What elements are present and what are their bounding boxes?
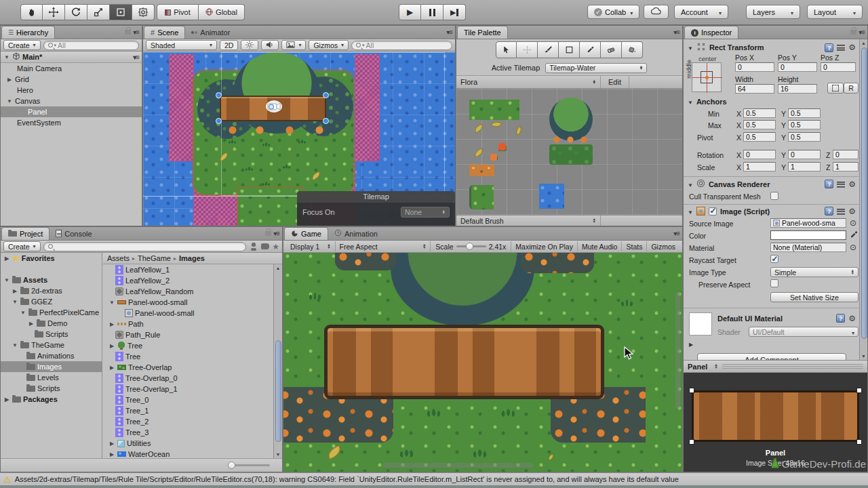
file-row[interactable]: Path_Rule (106, 329, 282, 340)
palette-edit-button[interactable]: Edit (601, 76, 629, 88)
nine-slice-corner[interactable] (689, 388, 694, 393)
panel-menu-icon[interactable]: ▾≡ (273, 230, 279, 237)
hierarchy-create-button[interactable]: Create (3, 40, 41, 50)
palette-tile-flower[interactable] (498, 143, 506, 150)
hierarchy-row[interactable]: ▶Grid (1, 74, 142, 85)
preview-dropdown[interactable]: Panel (688, 363, 707, 371)
palette-move-tool-icon[interactable] (517, 41, 538, 58)
scene-gizmos-dropdown[interactable]: Gizmos (309, 40, 349, 50)
nine-slice-corner[interactable] (856, 439, 862, 445)
tab-scene[interactable]: #Scene (144, 26, 185, 39)
palette-tile-leaf[interactable] (473, 123, 484, 133)
effects-dropdown[interactable] (281, 40, 306, 50)
anchor-max-y-field[interactable]: 0.5 (788, 120, 821, 129)
breadcrumb-thegame[interactable]: TheGame (138, 254, 171, 262)
2d-toggle-button[interactable]: 2D (220, 40, 238, 50)
preserve-aspect-checkbox[interactable] (770, 279, 778, 287)
palette-grid[interactable] (456, 89, 682, 215)
gear-icon[interactable]: ⚙ (848, 314, 856, 323)
stats-button[interactable]: Stats (621, 241, 646, 251)
pivot-x-field[interactable]: 0.5 (743, 132, 776, 142)
gear-icon[interactable]: ⚙ (848, 43, 856, 52)
game-vscrollbar[interactable] (675, 292, 680, 409)
preview-drag-handle[interactable] (722, 364, 863, 369)
hierarchy-row[interactable]: Hero (1, 85, 142, 96)
palette-tile-leaf[interactable] (491, 120, 502, 129)
foldout-arrow-icon[interactable] (688, 180, 693, 188)
palette-tile-leaf[interactable] (473, 148, 484, 157)
palette-tile-dirt[interactable] (469, 165, 494, 176)
file-row[interactable]: ▼Panel-wood-small (106, 297, 282, 308)
file-row[interactable]: Tree_0 (106, 394, 282, 405)
rect-tool-icon[interactable] (110, 4, 132, 20)
gear-icon[interactable]: ⚙ (848, 207, 856, 216)
help-icon[interactable] (825, 43, 833, 52)
file-row[interactable]: ▶Path (106, 319, 282, 329)
file-row[interactable]: Tree-Overlap_0 (106, 373, 282, 384)
file-row[interactable]: ▶Tree-Overlap (106, 362, 282, 373)
palette-tile-flower[interactable] (490, 154, 497, 161)
anchor-max-x-field[interactable]: 0.5 (743, 120, 776, 129)
hand-tool-icon[interactable] (20, 4, 43, 20)
help-icon[interactable] (836, 314, 845, 323)
palette-brush-tool-icon[interactable] (538, 41, 559, 58)
panel-menu-icon[interactable]: ▾≡ (673, 28, 679, 36)
lighting-toggle-button[interactable] (241, 40, 258, 50)
nine-slice-corner[interactable] (856, 388, 862, 393)
collapse-arrow-icon[interactable]: ▼ (6, 98, 13, 104)
pivot-y-field[interactable]: 0.5 (788, 132, 821, 142)
collab-button[interactable]: ✓ Collab (587, 5, 639, 19)
palette-selector-dropdown[interactable]: Flora (456, 76, 601, 88)
layers-dropdown[interactable]: Layers (746, 5, 800, 19)
scale-tool-icon[interactable] (87, 4, 110, 20)
image-type-dropdown[interactable]: Simple (770, 267, 859, 277)
aspect-dropdown[interactable]: Free Aspect (336, 241, 431, 251)
tab-game[interactable]: Game (284, 227, 328, 240)
scale-x-field[interactable]: 1 (743, 162, 776, 171)
tree-row[interactable]: ▼TheGame (1, 340, 102, 350)
palette-eraser-tool-icon[interactable] (601, 41, 622, 58)
tree-row[interactable]: ▶2d-extras (1, 285, 102, 296)
scale-slider[interactable] (456, 245, 486, 247)
file-row[interactable]: LeafYellow_2 (106, 275, 282, 286)
file-row[interactable]: LeafYellow_1 (106, 264, 282, 275)
hierarchy-search-input[interactable]: ▾All (43, 41, 139, 50)
layout-dropdown[interactable]: Layout (807, 5, 863, 19)
panel-menu-icon[interactable]: ▾≡ (673, 230, 679, 237)
palette-fill-tool-icon[interactable] (622, 41, 643, 58)
pos-x-field[interactable]: 0 (735, 62, 774, 72)
play-button[interactable]: ▶ (399, 4, 421, 20)
step-button[interactable]: ▶ (443, 4, 466, 20)
lock-icon[interactable] (265, 231, 271, 236)
palette-tile-tree-base[interactable] (551, 136, 591, 143)
thumbnail-zoom-slider[interactable] (229, 464, 270, 466)
search-by-label-icon[interactable] (261, 243, 269, 249)
search-by-type-icon[interactable] (249, 243, 258, 251)
file-row[interactable]: LeafYellow_Random (106, 286, 282, 297)
panel-menu-icon[interactable]: ▾≡ (133, 28, 139, 36)
help-icon[interactable] (825, 180, 833, 188)
selection-handle[interactable] (323, 118, 329, 124)
file-row[interactable]: Tree_2 (106, 416, 282, 427)
tree-row[interactable]: Levels (1, 372, 102, 383)
pause-button[interactable] (421, 4, 443, 20)
tree-row[interactable]: Scripts (1, 383, 102, 394)
foldout-arrow-icon[interactable] (688, 207, 693, 216)
source-image-field[interactable]: Panel-wood-sma (770, 218, 846, 228)
cull-transparent-mesh-checkbox[interactable] (770, 192, 778, 200)
panel-menu-icon[interactable]: ▾≡ (446, 28, 452, 36)
hierarchy-row[interactable]: EventSystem (1, 117, 142, 128)
preset-icon[interactable] (837, 181, 845, 188)
breadcrumb-assets[interactable]: Assets (107, 254, 130, 262)
lock-icon[interactable] (850, 30, 856, 35)
pos-z-field[interactable]: 0 (821, 62, 856, 72)
anchor-min-y-field[interactable]: 0.5 (788, 108, 821, 118)
file-row[interactable]: ▶Tree (106, 340, 282, 351)
panel-menu-icon[interactable]: ▾≡ (859, 28, 865, 36)
palette-tile-leaf[interactable] (514, 126, 524, 136)
tree-row[interactable]: ▶★Favorites (1, 253, 102, 264)
foldout-arrow-icon[interactable]: ▼ (3, 54, 10, 60)
anchor-preset-widget[interactable] (692, 62, 722, 92)
cloud-button[interactable] (644, 5, 669, 19)
scale-y-field[interactable]: 1 (788, 162, 821, 171)
